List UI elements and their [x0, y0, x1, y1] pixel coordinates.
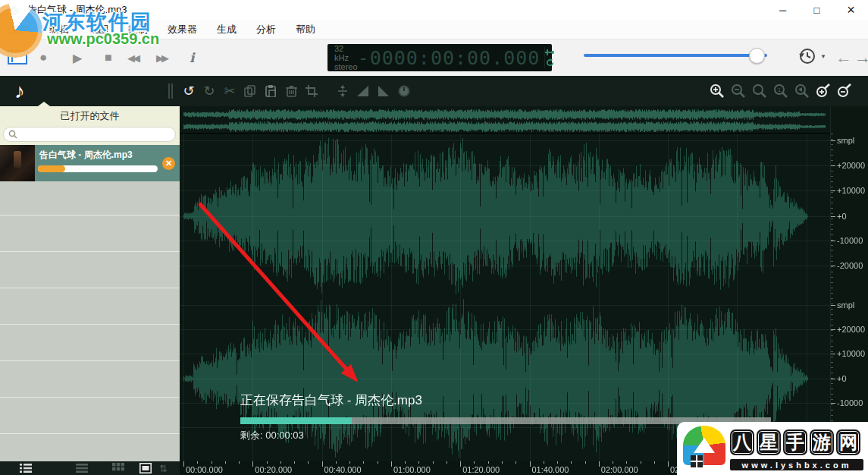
- remove-file-button[interactable]: ✕: [162, 157, 175, 170]
- record-button[interactable]: ●: [39, 39, 47, 76]
- fast-forward-button[interactable]: ▶▶: [156, 39, 167, 76]
- scale-tick: [831, 266, 835, 266]
- paste-button[interactable]: [264, 84, 277, 98]
- redo-button[interactable]: ↻: [202, 84, 216, 98]
- scale-label: smpl: [837, 136, 854, 145]
- vertical-zoom-out-button[interactable]: [837, 83, 852, 99]
- history-dropdown-caret[interactable]: ▼: [820, 53, 826, 60]
- delete-button[interactable]: [284, 84, 298, 98]
- gain-button[interactable]: [336, 84, 349, 98]
- minimize-button[interactable]: ─: [766, 0, 800, 20]
- watermark-bottom: 八 星 手 游 网 www.lyshbx.com: [677, 422, 868, 475]
- title-bar: 告白气球 - 周杰伦.mp3: [0, 0, 868, 20]
- close-button[interactable]: ×: [834, 0, 868, 20]
- play-button[interactable]: ▶: [73, 39, 82, 76]
- grid-view-button[interactable]: [112, 463, 124, 473]
- time-counter: -0000:00:00.000: [358, 47, 545, 69]
- channel-mode-label: stereo: [334, 62, 358, 71]
- sidebar-header-label: 已打开的文件: [61, 109, 120, 123]
- timeline-minor-tick: [378, 461, 378, 464]
- menu-edit[interactable]: 编辑: [39, 23, 79, 36]
- crop-button[interactable]: [305, 84, 318, 98]
- nav-forward-button[interactable]: →: [854, 39, 868, 76]
- maximize-button[interactable]: □: [800, 0, 834, 20]
- stop-button[interactable]: ■: [105, 39, 112, 76]
- file-tab-music-note-icon[interactable]: ♪: [6, 76, 33, 106]
- sample-rate-label: 32 kHz: [334, 44, 358, 62]
- watermark-char: 八: [730, 429, 754, 455]
- menu-help[interactable]: 帮助: [286, 23, 325, 36]
- menu-effects[interactable]: 效果器: [158, 23, 207, 36]
- audio-editor-window: 告白气球 - 周杰伦.mp3 ─ □ × 文件 编辑 视图 控制 效果器 生成 …: [0, 0, 868, 475]
- selection-mode-icon: [11, 52, 13, 62]
- timeline-minor-tick: [336, 461, 337, 464]
- zoom-buttons: 1: [710, 76, 852, 106]
- toolbar-grip[interactable]: [168, 83, 174, 99]
- normalize-knob-button[interactable]: [397, 84, 411, 98]
- nav-back-button[interactable]: ←: [835, 39, 852, 76]
- zoom-selection-button[interactable]: [794, 83, 810, 99]
- info-button[interactable]: i: [190, 39, 194, 76]
- copy-button[interactable]: [243, 84, 257, 98]
- scale-tick: [831, 216, 835, 217]
- window-controls: ─ □ ×: [766, 0, 868, 20]
- timeline-minor-tick: [405, 461, 406, 464]
- volume-slider[interactable]: [584, 54, 767, 57]
- fade-out-button[interactable]: [377, 84, 390, 98]
- selection-mode-button[interactable]: [8, 50, 27, 64]
- vertical-zoom-in-button[interactable]: [816, 83, 831, 99]
- sidebar-header: 已打开的文件: [0, 106, 180, 125]
- scale-tick: [831, 354, 835, 354]
- watermark-bottom-url: www.lyshbx.com: [730, 459, 863, 470]
- menu-view[interactable]: 视图: [79, 23, 118, 36]
- menu-control[interactable]: 控制: [118, 23, 158, 36]
- volume-slider-handle[interactable]: [749, 48, 765, 64]
- marker-mode-icon[interactable]: [545, 49, 554, 56]
- timeline-minor-tick: [613, 461, 613, 464]
- list-view-button[interactable]: [76, 463, 88, 473]
- menu-generate[interactable]: 生成: [207, 23, 246, 36]
- timeline-major-tick: [183, 461, 184, 467]
- timeline-minor-tick: [280, 461, 281, 464]
- fade-in-button[interactable]: [356, 84, 370, 98]
- timeline-minor-tick: [212, 461, 212, 464]
- timeline-minor-tick: [626, 461, 627, 464]
- timeline-minor-tick: [488, 461, 489, 464]
- timeline-label: 01:00.000: [393, 465, 431, 474]
- timeline-minor-tick: [502, 461, 503, 464]
- watermark-bottom-name: 八 星 手 游 网: [730, 429, 860, 455]
- timeline-minor-tick: [654, 461, 655, 464]
- scale-tick: [831, 241, 835, 241]
- zoom-fit-button[interactable]: [752, 83, 767, 99]
- scale-label: +0: [837, 212, 847, 221]
- undo-button[interactable]: ↺: [182, 84, 196, 98]
- file-list-item[interactable]: 告白气球 - 周杰伦.mp3 ✕: [0, 145, 180, 181]
- history-button[interactable]: [797, 46, 817, 66]
- timeline-label: 02:00.000: [601, 465, 638, 474]
- timeline-major-tick: [252, 461, 253, 467]
- zoom-one-to-one-button[interactable]: 1: [773, 83, 788, 99]
- active-tab-notch: [38, 102, 50, 106]
- search-input[interactable]: [3, 127, 176, 142]
- menu-file[interactable]: 文件: [0, 23, 39, 36]
- scale-tick: [831, 140, 835, 141]
- timeline-label: 00:40.000: [324, 465, 362, 474]
- loop-mode-icon[interactable]: [546, 58, 554, 67]
- timeline-minor-tick: [585, 461, 586, 464]
- timeline-minor-tick: [418, 461, 419, 464]
- thumbnail-view-button[interactable]: [139, 463, 152, 473]
- timeline-minor-tick: [641, 461, 641, 464]
- detail-view-button[interactable]: [20, 463, 32, 473]
- saving-message: 正在保存告白气球 - 周杰伦.mp3: [240, 392, 779, 409]
- menu-analyze[interactable]: 分析: [246, 23, 286, 36]
- search-box: [0, 125, 180, 145]
- timeline-label: 01:20.000: [462, 465, 500, 474]
- rewind-button[interactable]: ◀◀: [127, 39, 138, 76]
- timeline-major-tick: [460, 461, 461, 467]
- zoom-in-button[interactable]: [710, 83, 725, 99]
- zoom-out-button[interactable]: [731, 83, 746, 99]
- scale-tick: [831, 379, 835, 379]
- sort-order-button[interactable]: ⇅: [159, 463, 171, 473]
- scale-tick: [831, 165, 835, 166]
- cut-button[interactable]: ✂: [223, 84, 237, 98]
